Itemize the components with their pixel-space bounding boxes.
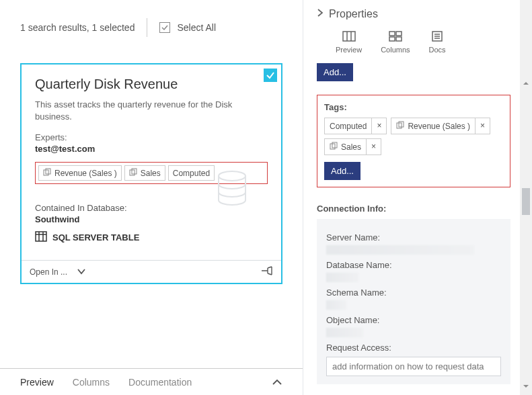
tags-label: Tags:	[324, 102, 503, 112]
database-icon	[217, 171, 248, 208]
remove-tag-icon[interactable]: ×	[366, 139, 381, 155]
scroll-thumb[interactable]	[522, 188, 530, 215]
prop-icon-columns[interactable]: Columns	[381, 31, 410, 54]
connection-info-panel: Server Name: Database Name: Schema Name:…	[317, 219, 510, 384]
property-tag[interactable]: Computed ×	[324, 118, 387, 134]
copy-icon	[330, 142, 338, 152]
scrollbar[interactable]	[520, 0, 532, 395]
server-name-value	[326, 245, 474, 255]
asset-card[interactable]: Quarterly Disk Revenue This asset tracks…	[20, 63, 282, 284]
prop-icon-label: Preview	[336, 46, 362, 54]
prop-icon-label: Docs	[429, 46, 446, 54]
tab-documentation[interactable]: Documentation	[128, 377, 192, 388]
prop-icon-preview[interactable]: Preview	[336, 31, 362, 54]
add-tag-button[interactable]: Add...	[324, 162, 360, 180]
server-name-label: Server Name:	[326, 232, 501, 243]
svg-rect-13	[396, 32, 402, 36]
copy-icon	[43, 168, 51, 178]
asset-description: This asset tracks the quarterly revenue …	[35, 99, 268, 123]
tag-text: Revenue (Sales )	[408, 122, 470, 131]
experts-label: Experts:	[35, 132, 268, 142]
tab-preview[interactable]: Preview	[20, 377, 54, 388]
tags-panel: Tags: Computed × Revenue (Sales ) ×	[317, 95, 510, 187]
table-icon	[35, 231, 47, 244]
collapse-icon[interactable]	[272, 377, 282, 388]
bottom-tab-bar: Preview Columns Documentation	[0, 368, 303, 395]
scroll-up-icon[interactable]	[522, 79, 530, 89]
copy-icon	[129, 168, 137, 178]
svg-rect-4	[36, 232, 46, 241]
divider	[147, 18, 147, 37]
property-tag[interactable]: Sales ×	[324, 138, 381, 155]
request-access-input[interactable]	[326, 357, 501, 376]
experts-value: test@test.com	[35, 144, 268, 154]
svg-rect-9	[343, 32, 355, 41]
database-name-value	[326, 273, 358, 282]
contained-in-value: Southwind	[35, 214, 268, 224]
chevron-down-icon	[77, 267, 86, 277]
asset-type: SQL SERVER TABLE	[52, 232, 139, 243]
card-tag-label: Revenue (Sales )	[54, 169, 117, 178]
svg-rect-12	[389, 32, 395, 36]
checkbox-icon	[159, 22, 170, 33]
tab-columns[interactable]: Columns	[73, 377, 110, 388]
property-tag[interactable]: Revenue (Sales ) ×	[391, 118, 490, 134]
remove-tag-icon[interactable]: ×	[475, 118, 490, 134]
card-tag[interactable]: Sales	[124, 165, 165, 181]
search-results-text: 1 search results, 1 selected	[20, 22, 135, 33]
object-name-label: Object Name:	[326, 315, 501, 325]
pin-icon[interactable]	[261, 266, 273, 277]
schema-name-value	[326, 300, 346, 310]
add-button[interactable]: Add...	[317, 63, 353, 81]
object-name-value	[326, 328, 363, 337]
scroll-down-icon[interactable]	[522, 382, 530, 392]
card-tag[interactable]: Computed	[168, 165, 215, 181]
card-tag-label: Sales	[141, 169, 161, 178]
chevron-right-icon	[317, 8, 324, 20]
open-in-dropdown[interactable]: Open In ...	[30, 267, 86, 277]
svg-point-8	[219, 171, 245, 181]
prop-icon-docs[interactable]: Docs	[429, 31, 446, 54]
asset-title: Quarterly Disk Revenue	[35, 77, 268, 92]
svg-rect-14	[389, 37, 395, 41]
properties-header[interactable]: Properties	[317, 0, 510, 27]
card-selected-check-icon[interactable]	[264, 69, 277, 82]
properties-title: Properties	[329, 8, 378, 20]
select-all-toggle[interactable]: Select All	[159, 22, 216, 33]
open-in-label: Open In ...	[30, 267, 67, 277]
database-name-label: Database Name:	[326, 260, 501, 270]
select-all-label: Select All	[177, 22, 216, 33]
request-access-label: Request Access:	[326, 343, 501, 353]
connection-info-label: Connection Info:	[317, 204, 510, 214]
remove-tag-icon[interactable]: ×	[371, 118, 386, 134]
card-tag[interactable]: Revenue (Sales )	[38, 165, 122, 181]
schema-name-label: Schema Name:	[326, 288, 501, 298]
copy-icon	[396, 121, 404, 131]
tag-text: Computed	[330, 122, 367, 131]
tag-text: Sales	[341, 142, 361, 152]
svg-rect-15	[396, 37, 402, 41]
prop-icon-label: Columns	[381, 46, 410, 54]
card-tag-label: Computed	[173, 169, 210, 178]
